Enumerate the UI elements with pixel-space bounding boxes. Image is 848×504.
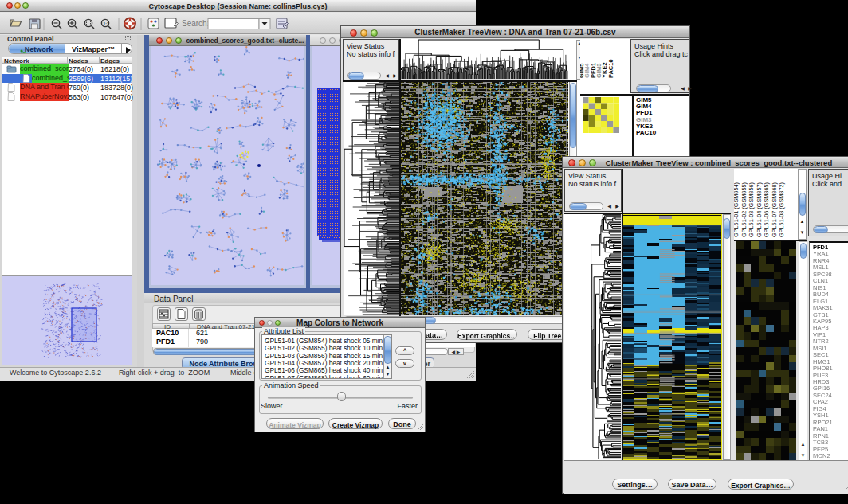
svg-text:GPL51-02 (GSM855): GPL51-02 (GSM855) xyxy=(740,182,748,237)
svg-text:GPL51-08 (GSM872): GPL51-08 (GSM872) xyxy=(778,182,785,237)
svg-text:GPL51-04 (GSM857): GPL51-04 (GSM857) xyxy=(756,182,763,237)
svg-text:GPL51-07 (GSM868): GPL51-07 (GSM868) xyxy=(771,182,778,237)
svg-text:GPL51-03 (GSM856): GPL51-03 (GSM856) xyxy=(748,182,755,237)
svg-text:Search:: Search: xyxy=(182,19,209,28)
svg-text:1:1: 1:1 xyxy=(104,21,109,26)
svg-text:GPL51-01 (GSM854): GPL51-01 (GSM854) xyxy=(734,182,740,237)
svg-text:GPL51-06 (GSM865): GPL51-06 (GSM865) xyxy=(763,182,770,237)
svg-text:PAC10: PAC10 xyxy=(607,59,614,78)
